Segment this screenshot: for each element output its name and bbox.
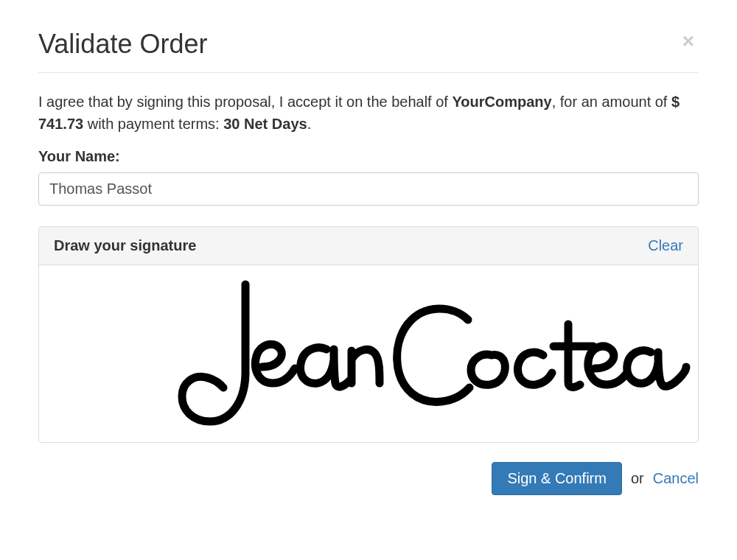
or-text: or [631, 470, 644, 487]
sign-confirm-button[interactable]: Sign & Confirm [492, 462, 622, 495]
close-icon[interactable]: × [678, 29, 699, 53]
signature-drawing [46, 273, 691, 435]
agreement-mid2: with payment terms: [83, 116, 223, 132]
name-input[interactable] [38, 172, 699, 206]
signature-panel: Draw your signature Clear [38, 226, 699, 443]
agreement-suffix: . [307, 116, 312, 132]
signature-header: Draw your signature Clear [39, 227, 698, 265]
cancel-button[interactable]: Cancel [653, 470, 699, 487]
agreement-prefix: I agree that by signing this proposal, I… [38, 94, 452, 110]
agreement-mid1: , for an amount of [552, 94, 671, 110]
modal-footer: Sign & Confirm or Cancel [38, 462, 699, 495]
agreement-company: YourCompany [452, 94, 551, 110]
modal-title: Validate Order [38, 29, 207, 59]
agreement-terms: 30 Net Days [223, 116, 307, 132]
signature-header-title: Draw your signature [54, 237, 196, 254]
signature-canvas[interactable] [39, 265, 698, 442]
modal-header: Validate Order × [38, 29, 699, 73]
name-label: Your Name: [38, 148, 699, 165]
clear-button[interactable]: Clear [648, 237, 683, 254]
agreement-text: I agree that by signing this proposal, I… [38, 91, 699, 135]
